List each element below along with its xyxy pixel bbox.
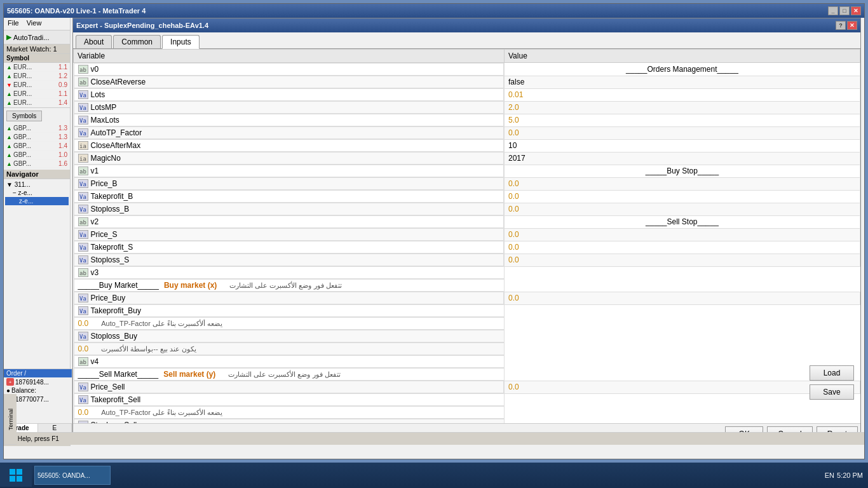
var-value[interactable]: 0.0 [505, 177, 860, 190]
value-text: 0.0 [78, 319, 89, 328]
table-row[interactable]: ab CloseAtReverse false [74, 76, 860, 88]
var-value[interactable]: 0.01 [505, 88, 860, 101]
left-menu: File View [4, 18, 70, 30]
nav-item-2[interactable]: − z-e... [5, 189, 69, 197]
table-row[interactable]: Va Price_B 0.0 [74, 177, 860, 190]
var-value[interactable]: 0.0 [505, 126, 860, 139]
expert-help-button[interactable]: ? [836, 21, 846, 30]
type-icon: Va [78, 90, 88, 99]
svg-rect-2 [10, 476, 15, 482]
value-text: 0.0 [78, 344, 89, 353]
var-name: Takeprofit_S [91, 243, 133, 252]
taskbar-items: 565605: OANDA... [34, 466, 820, 485]
table-row[interactable]: Va Takeprofit_S 0.0 [74, 241, 860, 254]
tab-inputs[interactable]: Inputs [162, 35, 200, 49]
symbol-row-5[interactable]: ▲ EUR... 1.4 [4, 98, 70, 107]
order-row-1[interactable]: + 18769148... [4, 377, 72, 386]
table-row[interactable]: Va Takeprofit_Sell 0.0 يضعه الأكسبرت بنا… [74, 393, 860, 419]
table-row[interactable]: Va Price_S 0.0 [74, 228, 860, 241]
nav-item-1[interactable]: ▼ 311... [5, 180, 69, 189]
symbols-button[interactable]: Symbols [6, 111, 42, 121]
gbp-row-5[interactable]: ▲ GBP... 1.6 [4, 159, 70, 168]
order-item-3: 18770077... [15, 396, 49, 403]
var-name: Stoploss_Buy [91, 332, 137, 341]
gbp-row-1[interactable]: ▲ GBP... 1.3 [4, 124, 70, 133]
var-value[interactable]: 0.0 [505, 292, 860, 304]
table-row[interactable]: ia CloseAfterMax 10 [74, 139, 860, 152]
symbol-row-4[interactable]: ▲ EUR... 1.1 [4, 90, 70, 98]
file-menu[interactable]: File [4, 18, 23, 30]
type-icon: ab [78, 357, 88, 366]
arrow-up-icon: ▲ [6, 161, 12, 167]
var-value[interactable]: _____Buy Stop_____ [505, 165, 860, 177]
table-row[interactable]: Va MaxLots 5.0 [74, 114, 860, 126]
expert-tab[interactable]: E [38, 424, 72, 432]
table-row[interactable]: ab v3 _____Buy Market_____ Buy market (x… [74, 266, 860, 292]
var-value[interactable]: false [505, 76, 860, 88]
save-button[interactable]: Save [810, 384, 854, 400]
var-value[interactable]: _____Orders Management_____ [505, 63, 860, 76]
dialog-tabs: About Common Inputs [73, 32, 860, 49]
table-row[interactable]: Va LotsMP 2.0 [74, 101, 860, 114]
var-value[interactable]: 0.0 [505, 254, 860, 266]
order-panel-header: Order / [4, 369, 72, 377]
var-value[interactable]: 0.0 يضعه ألأكسبرت بناءً على Auto_TP-Fact… [74, 317, 505, 330]
var-value[interactable]: 5.0 [505, 114, 860, 126]
table-row[interactable]: Va Takeprofit_B 0.0 [74, 190, 860, 203]
expert-dialog: Expert - SuplexPending_chehab-EAv1.4 ? ✕… [72, 18, 861, 445]
autotrading-btn[interactable]: ▶ AutoTradi... [4, 30, 70, 44]
var-value[interactable]: _____Sell Stop_____ [505, 215, 860, 228]
tab-about[interactable]: About [76, 35, 112, 48]
var-value[interactable]: 0.0 يضعه الأكسبرت بناءً على Auto_TP-Fact… [74, 406, 505, 419]
table-row[interactable]: Va Stoploss_S 0.0 [74, 254, 860, 266]
taskbar-item-mt4[interactable]: 565605: OANDA... [34, 466, 111, 485]
symbol-row-2[interactable]: ▲ EUR... 1.2 [4, 72, 70, 81]
var-value[interactable]: 0.0 يكون عند بيع --بواسطة الأكسبرت [74, 342, 505, 355]
table-row[interactable]: Va Takeprofit_Buy 0.0 يضعه ألأكسبرت بناء… [74, 304, 860, 330]
close-button[interactable]: ✕ [851, 6, 861, 15]
symbol-row-1[interactable]: ▲ EUR... 1.1 [4, 63, 70, 72]
load-button[interactable]: Load [810, 365, 854, 381]
gbp-row-4[interactable]: ▲ GBP... 1.0 [4, 151, 70, 159]
table-row[interactable]: Va AutoTP_Factor 0.0 [74, 126, 860, 139]
var-value[interactable]: 2.0 [505, 101, 860, 114]
table-row[interactable]: Va Stoploss_B 0.0 [74, 203, 860, 215]
var-name: v2 [91, 217, 99, 226]
table-row[interactable]: Va Stoploss_Buy 0.0 يكون عند بيع --بواسط… [74, 330, 860, 355]
gbp-row-2[interactable]: ▲ GBP... 1.3 [4, 133, 70, 142]
var-value[interactable]: 2017 [505, 152, 860, 165]
var-name: Takeprofit_B [91, 192, 133, 201]
table-row[interactable]: ia MagicNo 2017 [74, 152, 860, 165]
nav-item-3[interactable]: z-e... [5, 197, 69, 205]
symbol-row-3[interactable]: ▼ EUR... 0.9 [4, 81, 70, 90]
gbp-row-3[interactable]: ▲ GBP... 1.4 [4, 142, 70, 151]
table-row[interactable]: ab v4 _____Sell Market_____ Sell market … [74, 355, 860, 381]
expert-close-button[interactable]: ✕ [847, 21, 857, 30]
var-value[interactable]: 0.0 [505, 241, 860, 254]
table-row[interactable]: Va Price_Sell 0.0 [74, 381, 860, 393]
table-row[interactable]: Va Lots 0.01 [74, 88, 860, 101]
var-value[interactable]: 0.0 [505, 203, 860, 215]
start-button[interactable] [0, 464, 32, 487]
table-row[interactable]: ab v1 _____Buy Stop_____ [74, 165, 860, 177]
table-row[interactable]: ab v0 _____Orders Management_____ [74, 63, 860, 76]
var-value[interactable]: 0.0 [505, 381, 860, 393]
var-value[interactable]: _____Buy Market_____ Buy market (x) تتفع… [74, 279, 505, 292]
type-icon: Va [78, 192, 88, 201]
buy-market-comment: Buy market (x) [164, 281, 217, 290]
symbol-name: EUR... [13, 72, 58, 79]
terminal-side-label[interactable]: Terminal [4, 394, 17, 445]
var-name: v3 [91, 268, 99, 277]
minimize-button[interactable]: _ [828, 6, 838, 15]
table-row[interactable]: Va Price_Buy 0.0 [74, 292, 860, 304]
symbol-name: EUR... [13, 90, 58, 97]
var-value[interactable]: 10 [505, 139, 860, 152]
var-value[interactable]: 0.0 [505, 190, 860, 203]
var-value[interactable]: 0.0 [505, 228, 860, 241]
table-row[interactable]: Va Stoploss_Sell 0.0 يكون عند شراء ستوب-… [74, 419, 860, 423]
view-menu[interactable]: View [23, 18, 46, 30]
tab-common[interactable]: Common [113, 35, 161, 48]
var-value[interactable]: _____Sell Market_____ Sell market (y) تت… [74, 368, 505, 381]
table-row[interactable]: ab v2 _____Sell Stop_____ [74, 215, 860, 228]
maximize-button[interactable]: □ [839, 6, 850, 15]
